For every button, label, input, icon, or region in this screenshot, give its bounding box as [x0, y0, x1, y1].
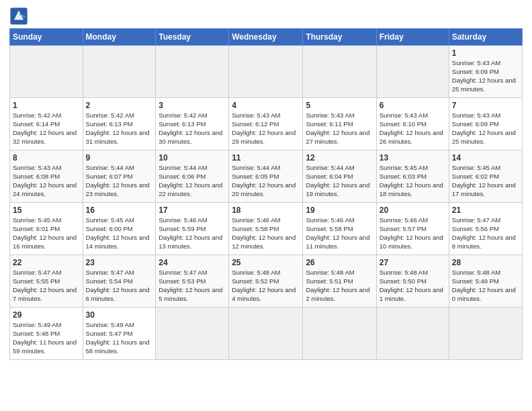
sunrise-text: Sunrise: 5:44 AM — [159, 164, 226, 173]
sunset-text: Sunset: 5:51 PM — [306, 277, 373, 286]
calendar-cell: 15Sunrise: 5:45 AMSunset: 6:01 PMDayligh… — [10, 203, 83, 255]
header-day-sunday: Sunday — [10, 29, 83, 46]
day-number: 14 — [452, 152, 519, 163]
day-number: 12 — [306, 152, 373, 163]
sunset-text: Sunset: 6:12 PM — [232, 120, 300, 129]
calendar-cell — [10, 46, 83, 98]
sunset-text: Sunset: 5:49 PM — [452, 277, 519, 286]
calendar-cell: 21Sunrise: 5:47 AMSunset: 5:56 PMDayligh… — [449, 203, 522, 255]
daylight-text: Daylight: 11 hours and 59 minutes. — [13, 338, 80, 356]
calendar-table: SundayMondayTuesdayWednesdayThursdayFrid… — [9, 28, 523, 360]
daylight-text: Daylight: 12 hours and 18 minutes. — [380, 181, 446, 199]
sunset-text: Sunset: 6:10 PM — [380, 120, 446, 129]
day-number: 23 — [86, 257, 153, 268]
sunrise-text: Sunrise: 5:47 AM — [86, 269, 153, 277]
day-number: 6 — [380, 100, 446, 111]
week-row-3: 8Sunrise: 5:43 AMSunset: 6:08 PMDaylight… — [10, 150, 523, 203]
sunrise-text: Sunrise: 5:46 AM — [159, 216, 226, 225]
sunset-text: Sunset: 5:59 PM — [159, 225, 226, 234]
day-number: 5 — [306, 100, 373, 111]
day-number: 18 — [232, 205, 300, 216]
sunset-text: Sunset: 5:54 PM — [86, 277, 153, 286]
calendar-cell: 28Sunrise: 5:48 AMSunset: 5:49 PMDayligh… — [449, 255, 522, 308]
calendar-cell: 5Sunrise: 5:43 AMSunset: 6:11 PMDaylight… — [303, 98, 376, 150]
sunrise-text: Sunrise: 5:46 AM — [380, 216, 446, 225]
sunrise-text: Sunrise: 5:49 AM — [13, 321, 80, 330]
daylight-text: Daylight: 12 hours and 17 minutes. — [452, 181, 519, 199]
week-row-6: 29Sunrise: 5:49 AMSunset: 5:48 PMDayligh… — [10, 308, 523, 360]
day-number: 22 — [13, 257, 80, 268]
sunset-text: Sunset: 6:14 PM — [13, 120, 80, 129]
sunset-text: Sunset: 6:00 PM — [86, 225, 153, 234]
header-day-wednesday: Wednesday — [229, 29, 303, 46]
day-number: 10 — [159, 152, 226, 163]
day-number: 11 — [232, 152, 300, 163]
header-row: SundayMondayTuesdayWednesdayThursdayFrid… — [10, 29, 523, 46]
sunset-text: Sunset: 5:47 PM — [86, 330, 153, 338]
calendar-cell: 11Sunrise: 5:44 AMSunset: 6:05 PMDayligh… — [229, 150, 303, 203]
sunset-text: Sunset: 6:09 PM — [452, 68, 519, 77]
sunrise-text: Sunrise: 5:48 AM — [452, 269, 519, 277]
sunrise-text: Sunrise: 5:44 AM — [306, 164, 373, 173]
sunset-text: Sunset: 6:09 PM — [452, 120, 519, 129]
calendar-cell: 23Sunrise: 5:47 AMSunset: 5:54 PMDayligh… — [83, 255, 156, 308]
day-number: 15 — [13, 205, 80, 216]
sunrise-text: Sunrise: 5:47 AM — [452, 216, 519, 225]
daylight-text: Daylight: 12 hours and 25 minutes. — [452, 129, 519, 146]
daylight-text: Daylight: 12 hours and 2 minutes. — [306, 286, 373, 304]
sunset-text: Sunset: 6:02 PM — [452, 173, 519, 181]
sunset-text: Sunset: 5:56 PM — [452, 225, 519, 234]
week-row-2: 1Sunrise: 5:42 AMSunset: 6:14 PMDaylight… — [10, 98, 523, 150]
calendar-cell: 20Sunrise: 5:46 AMSunset: 5:57 PMDayligh… — [376, 203, 449, 255]
sunset-text: Sunset: 6:01 PM — [13, 225, 80, 234]
sunrise-text: Sunrise: 5:44 AM — [232, 164, 300, 173]
day-number: 20 — [380, 205, 446, 216]
sunrise-text: Sunrise: 5:42 AM — [13, 111, 80, 120]
week-row-4: 15Sunrise: 5:45 AMSunset: 6:01 PMDayligh… — [10, 203, 523, 255]
day-number: 21 — [452, 205, 519, 216]
sunrise-text: Sunrise: 5:43 AM — [306, 111, 373, 120]
calendar-cell: 29Sunrise: 5:49 AMSunset: 5:48 PMDayligh… — [10, 308, 83, 360]
sunrise-text: Sunrise: 5:45 AM — [452, 164, 519, 173]
calendar-cell: 16Sunrise: 5:45 AMSunset: 6:00 PMDayligh… — [83, 203, 156, 255]
header-day-thursday: Thursday — [303, 29, 376, 46]
calendar-cell: 12Sunrise: 5:44 AMSunset: 6:04 PMDayligh… — [303, 150, 376, 203]
daylight-text: Daylight: 12 hours and 12 minutes. — [232, 234, 300, 251]
calendar-cell — [376, 46, 449, 98]
daylight-text: Daylight: 12 hours and 27 minutes. — [306, 129, 373, 146]
day-number: 17 — [159, 205, 226, 216]
sunset-text: Sunset: 6:07 PM — [86, 173, 153, 181]
sunrise-text: Sunrise: 5:48 AM — [306, 269, 373, 277]
sunrise-text: Sunrise: 5:43 AM — [380, 111, 446, 120]
daylight-text: Daylight: 12 hours and 8 minutes. — [452, 234, 519, 251]
calendar-cell: 24Sunrise: 5:47 AMSunset: 5:53 PMDayligh… — [156, 255, 229, 308]
calendar-cell: 4Sunrise: 5:43 AMSunset: 6:12 PMDaylight… — [229, 98, 303, 150]
sunrise-text: Sunrise: 5:44 AM — [86, 164, 153, 173]
day-number: 2 — [86, 100, 153, 111]
calendar-cell: 22Sunrise: 5:47 AMSunset: 5:55 PMDayligh… — [10, 255, 83, 308]
calendar-header — [9, 7, 523, 26]
day-number: 26 — [306, 257, 373, 268]
sunset-text: Sunset: 6:06 PM — [159, 173, 226, 181]
day-number: 25 — [232, 257, 300, 268]
calendar-cell: 6Sunrise: 5:43 AMSunset: 6:10 PMDaylight… — [376, 98, 449, 150]
calendar-cell: 1Sunrise: 5:43 AMSunset: 6:09 PMDaylight… — [449, 46, 522, 98]
calendar-cell — [449, 308, 522, 360]
sunset-text: Sunset: 5:48 PM — [13, 330, 80, 338]
daylight-text: Daylight: 12 hours and 11 minutes. — [306, 234, 373, 251]
daylight-text: Daylight: 12 hours and 10 minutes. — [380, 234, 446, 251]
calendar-cell: 27Sunrise: 5:48 AMSunset: 5:50 PMDayligh… — [376, 255, 449, 308]
calendar-cell: 7Sunrise: 5:43 AMSunset: 6:09 PMDaylight… — [449, 98, 522, 150]
sunrise-text: Sunrise: 5:48 AM — [232, 269, 300, 277]
sunrise-text: Sunrise: 5:46 AM — [306, 216, 373, 225]
sunrise-text: Sunrise: 5:45 AM — [13, 216, 80, 225]
week-row-1: 1Sunrise: 5:43 AMSunset: 6:09 PMDaylight… — [10, 46, 523, 98]
calendar-cell: 9Sunrise: 5:44 AMSunset: 6:07 PMDaylight… — [83, 150, 156, 203]
daylight-text: Daylight: 12 hours and 5 minutes. — [159, 286, 226, 304]
sunrise-text: Sunrise: 5:46 AM — [232, 216, 300, 225]
daylight-text: Daylight: 12 hours and 6 minutes. — [86, 286, 153, 304]
sunset-text: Sunset: 6:13 PM — [159, 120, 226, 129]
sunset-text: Sunset: 6:08 PM — [13, 173, 80, 181]
day-number: 29 — [13, 310, 80, 320]
sunset-text: Sunset: 5:52 PM — [232, 277, 300, 286]
